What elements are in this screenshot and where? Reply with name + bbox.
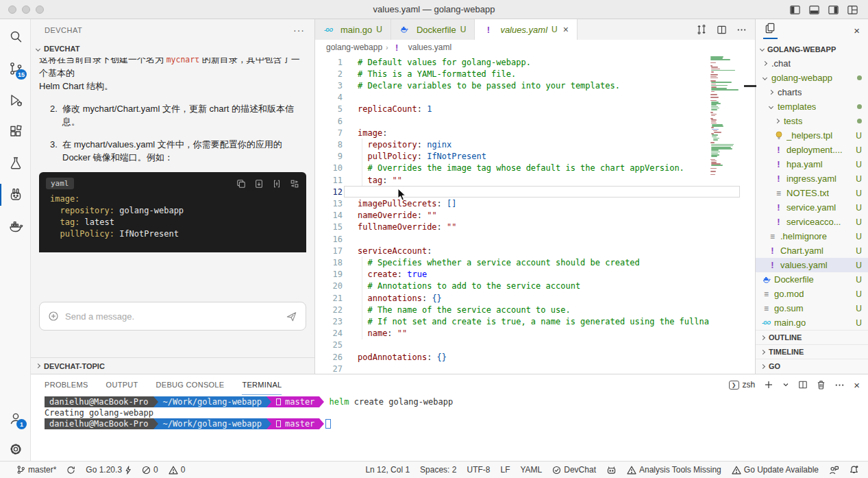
split-editor-icon[interactable] — [717, 25, 727, 35]
panel-tab-PROBLEMS[interactable]: PROBLEMS — [45, 374, 88, 395]
add-context-icon[interactable] — [48, 311, 59, 322]
close-panel-icon[interactable]: × — [854, 379, 860, 391]
tree-item-charts[interactable]: charts — [756, 85, 868, 99]
panel-tab-TERMINAL[interactable]: TERMINAL — [242, 374, 282, 395]
send-message-icon[interactable] — [286, 311, 297, 322]
status-item-lf[interactable]: LF — [500, 465, 510, 475]
activity-bar-item-docker[interactable] — [0, 211, 31, 241]
editor-line[interactable]: 12 — [315, 186, 755, 198]
breadcrumb[interactable]: golang-webapp › ! values.yaml — [315, 40, 755, 55]
more-actions-icon[interactable]: ··· — [293, 25, 305, 36]
editor-line[interactable]: 17 serviceAccount: — [315, 245, 755, 256]
tree-item-main.go[interactable]: -GOmain.go U — [756, 315, 868, 330]
editor-line[interactable]: 27 — [315, 363, 755, 374]
status-item-go-update-available[interactable]: Go Update Available — [732, 465, 819, 475]
tree-item-NOTES.txt[interactable]: ≡NOTES.txt U — [756, 186, 868, 200]
insert-into-file-icon[interactable] — [254, 179, 264, 189]
status-item-bell[interactable] — [850, 465, 858, 475]
editor-line[interactable]: 26 podAnnotations: {} — [315, 351, 755, 363]
sidebar-section-GO[interactable]: GO — [756, 359, 868, 373]
code-area[interactable]: 1 # Default values for golang-webapp. 2 … — [315, 55, 755, 374]
activity-bar-item-accounts[interactable]: 1 — [0, 403, 31, 433]
editor-line[interactable]: 16 — [315, 233, 755, 245]
editor-line[interactable]: 7 image: — [315, 127, 755, 139]
new-terminal-icon[interactable] — [764, 380, 773, 390]
activity-bar-item-testing[interactable] — [0, 148, 31, 178]
activity-bar-item-extensions[interactable] — [0, 117, 31, 147]
insert-at-cursor-icon[interactable] — [272, 179, 282, 189]
editor-line[interactable]: 18 # Specifies whether a service account… — [315, 256, 755, 268]
editor-line[interactable]: 9 pullPolicy: IfNotPresent — [315, 151, 755, 163]
tree-item-ingress.yaml[interactable]: !ingress.yaml U — [756, 171, 868, 186]
editor-line[interactable]: 5 replicaCount: 1 — [315, 104, 755, 115]
activity-bar-item-run-debug[interactable] — [0, 85, 31, 115]
tree-item-golang-webapp[interactable]: golang-webapp — [756, 71, 868, 85]
activity-bar-item-source-control[interactable]: 15 — [0, 53, 31, 84]
editor-tab-main.go[interactable]: -GO main.go U — [315, 19, 391, 40]
editor-line[interactable]: 21 annotations: {} — [315, 292, 755, 304]
tree-item-Chart.yaml[interactable]: !Chart.yaml U — [756, 243, 868, 258]
toggle-panel-icon[interactable] — [808, 3, 820, 16]
status-item-robot[interactable] — [606, 466, 617, 475]
kill-terminal-icon[interactable] — [817, 380, 826, 390]
editor-line[interactable]: 24 name: "" — [315, 328, 755, 339]
editor-line[interactable]: 13 imagePullSecrets: [] — [315, 198, 755, 209]
status-item-0[interactable]: 0 — [169, 465, 186, 475]
tree-item-.helmignore[interactable]: ≡.helmignore U — [756, 229, 868, 243]
tree-item-hpa.yaml[interactable]: !hpa.yaml U — [756, 157, 868, 171]
open-changes-icon[interactable] — [696, 24, 707, 35]
sidebar-section-TIMELINE[interactable]: TIMELINE — [756, 344, 868, 359]
status-item-feedback[interactable] — [829, 466, 839, 475]
tree-item-service.yaml[interactable]: !service.yaml U — [756, 200, 868, 215]
editor-line[interactable]: 6 — [315, 115, 755, 127]
status-item-go-1-20-3[interactable]: Go 1.20.3 — [86, 465, 132, 475]
customize-layout-icon[interactable] — [846, 3, 858, 16]
editor-tab-Dockerfile[interactable]: Dockerfile U — [391, 19, 475, 40]
more-actions-icon[interactable] — [834, 380, 845, 390]
panel-tab-DEBUG CONSOLE[interactable]: DEBUG CONSOLE — [156, 374, 225, 395]
status-item-master-[interactable]: master* — [16, 465, 56, 475]
editor-tab-values.yaml[interactable]: ! values.yaml U × — [475, 19, 578, 40]
terminal-shell-selector[interactable]: ❯zsh — [729, 380, 756, 390]
editor-line[interactable]: 14 nameOverride: "" — [315, 210, 755, 222]
editor-line[interactable]: 11 tag: "" — [315, 174, 755, 186]
terminal[interactable]: danielhu@MacBook-Pro~/Work/golang-webapp… — [45, 396, 868, 461]
toggle-primary-sidebar-icon[interactable] — [789, 3, 801, 16]
activity-bar-item-settings[interactable] — [0, 434, 31, 464]
editor-line[interactable]: 3 # Declare variables to be passed into … — [315, 80, 755, 91]
tree-item-serviceacco...[interactable]: !serviceacco... U — [756, 215, 868, 229]
editor-line[interactable]: 15 fullnameOverride: "" — [315, 222, 755, 233]
sidebar-section-OUTLINE[interactable]: OUTLINE — [756, 330, 868, 344]
status-item-ln-12-col-1[interactable]: Ln 12, Col 1 — [365, 465, 410, 475]
status-item-utf-8[interactable]: UTF-8 — [467, 465, 490, 475]
panel-tab-OUTPUT[interactable]: OUTPUT — [106, 374, 138, 395]
status-item-yaml[interactable]: YAML — [520, 465, 542, 475]
status-item-devchat[interactable]: DevChat — [552, 465, 596, 475]
tree-item-Dockerfile[interactable]: Dockerfile U — [756, 272, 868, 287]
editor-line[interactable]: 20 # Annotations to add to the service a… — [315, 280, 755, 292]
close-sidebar-icon[interactable]: × — [854, 25, 860, 36]
editor-line[interactable]: 25 — [315, 339, 755, 351]
editor-line[interactable]: 2 # This is a YAML-formatted file. — [315, 68, 755, 80]
devchat-section-header[interactable]: DEVCHAT — [31, 41, 314, 56]
tree-item-.chat[interactable]: .chat — [756, 56, 868, 71]
activity-bar-item-search[interactable] — [0, 22, 31, 52]
editor-line[interactable]: 1 # Default values for golang-webapp. — [315, 56, 755, 68]
chat-input[interactable]: Send a message. — [39, 302, 306, 331]
breadcrumb-file[interactable]: values.yaml — [408, 43, 451, 52]
editor-line[interactable]: 22 # The name of the service account to … — [315, 304, 755, 315]
tree-item-go.mod[interactable]: ≡go.mod U — [756, 287, 868, 301]
tree-item-values.yaml[interactable]: !values.yaml U — [756, 258, 868, 272]
status-item-spaces-2[interactable]: Spaces: 2 — [420, 465, 456, 475]
view-diff-icon[interactable] — [290, 179, 299, 189]
copy-icon[interactable] — [236, 179, 246, 189]
status-item-sync[interactable] — [66, 466, 75, 475]
terminal-dropdown-icon[interactable] — [782, 381, 789, 388]
minimap[interactable] — [709, 56, 743, 372]
toggle-secondary-sidebar-icon[interactable] — [827, 3, 839, 16]
status-item-0[interactable]: 0 — [142, 465, 158, 475]
tree-item-_helpers.tpl[interactable]: _helpers.tpl U — [756, 128, 868, 143]
tree-item-go.sum[interactable]: ≡go.sum U — [756, 301, 868, 315]
editor-line[interactable]: 10 # Overrides the image tag whose defau… — [315, 163, 755, 174]
explorer-view-icon[interactable] — [764, 22, 777, 39]
